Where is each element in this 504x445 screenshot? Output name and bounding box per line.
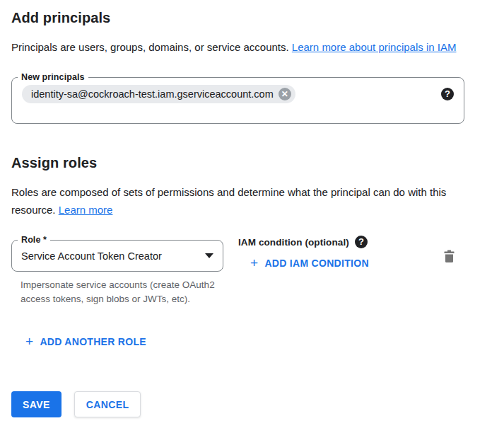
- role-row: Role * Service Account Token Creator Imp…: [11, 240, 464, 306]
- cancel-button[interactable]: CANCEL: [74, 391, 141, 417]
- plus-icon: +: [250, 258, 258, 268]
- principals-description-text: Principals are users, groups, domains, o…: [11, 41, 292, 53]
- new-principals-field[interactable]: New principals identity-sa@cockroach-tes…: [11, 77, 464, 124]
- role-helper-text: Impersonate service accounts (create OAu…: [20, 278, 220, 306]
- iam-condition-help-icon[interactable]: ?: [355, 236, 368, 248]
- trash-icon: [443, 248, 456, 264]
- chip-remove-icon[interactable]: ✕: [279, 88, 291, 100]
- role-label: Role *: [18, 235, 50, 245]
- role-select[interactable]: Role * Service Account Token Creator: [11, 240, 223, 272]
- roles-description: Roles are composed of sets of permission…: [11, 183, 478, 219]
- delete-role-button[interactable]: [443, 248, 456, 266]
- principals-description: Principals are users, groups, domains, o…: [11, 38, 478, 56]
- role-column: Role * Service Account Token Creator Imp…: [11, 240, 223, 306]
- learn-more-principals-link[interactable]: Learn more about principals in IAM: [292, 41, 457, 53]
- principal-chip: identity-sa@cockroach-test.iam.gservicea…: [22, 85, 295, 103]
- page-title: Add principals: [11, 10, 493, 26]
- principals-help-icon[interactable]: ?: [441, 88, 454, 100]
- iam-condition-column: IAM condition (optional) ? + ADD IAM CON…: [238, 236, 369, 270]
- assign-roles-title: Assign roles: [11, 155, 493, 171]
- new-principals-label: New principals: [18, 72, 88, 82]
- plus-icon: +: [25, 337, 33, 347]
- principal-chip-text: identity-sa@cockroach-test.iam.gservicea…: [31, 88, 274, 100]
- dropdown-caret-icon: [205, 253, 213, 258]
- add-iam-condition-label: ADD IAM CONDITION: [264, 258, 368, 269]
- iam-condition-label-row: IAM condition (optional) ?: [238, 236, 369, 248]
- add-another-role-button[interactable]: + ADD ANOTHER ROLE: [25, 336, 146, 347]
- learn-more-roles-link[interactable]: Learn more: [59, 204, 113, 216]
- add-iam-condition-button[interactable]: + ADD IAM CONDITION: [250, 258, 369, 269]
- role-selected-value: Service Account Token Creator: [21, 250, 162, 262]
- iam-condition-label: IAM condition (optional): [238, 237, 349, 248]
- actions-bar: SAVE CANCEL: [11, 391, 493, 417]
- add-another-role-label: ADD ANOTHER ROLE: [40, 336, 146, 347]
- save-button[interactable]: SAVE: [11, 391, 61, 417]
- add-principals-panel: Add principals Principals are users, gro…: [0, 0, 504, 417]
